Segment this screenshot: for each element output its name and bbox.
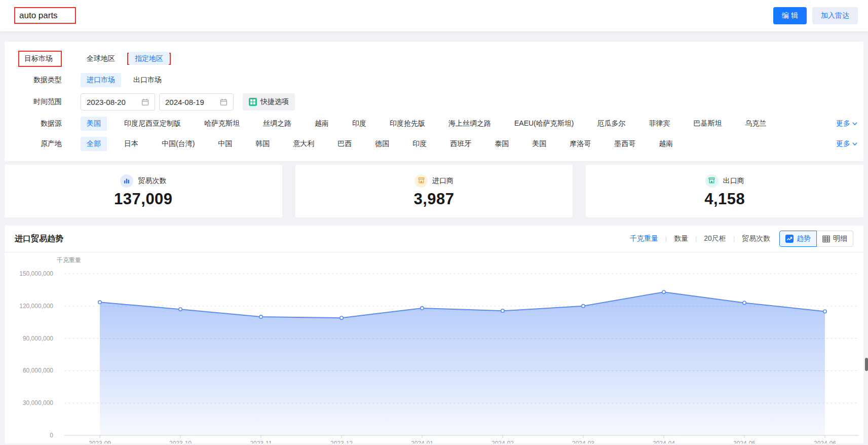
filter-option[interactable]: 厄瓜多尔 [591, 117, 631, 131]
filter-option[interactable]: 意大利 [287, 137, 320, 151]
data-source-options: 美国印度尼西亚定制版哈萨克斯坦丝绸之路越南印度印度抢先版海上丝绸之路EAEU(哈… [81, 117, 859, 131]
stat-label: 进口商 [432, 176, 454, 186]
filter-option[interactable]: 指定地区 [129, 52, 169, 65]
stat-card-exporters: 出口商 4,158 [586, 165, 863, 217]
calendar-icon [141, 98, 149, 106]
stat-value: 4,158 [704, 190, 745, 208]
svg-text:2024-03: 2024-03 [572, 440, 594, 443]
trade-dashboard-page: { "topbar": { "search_value": "auto part… [0, 0, 868, 445]
view-tab-detail[interactable]: 明细 [816, 231, 853, 247]
edit-button[interactable]: 编 辑 [773, 7, 807, 24]
svg-text:150,000,000: 150,000,000 [19, 270, 53, 277]
importer-icon [414, 174, 428, 188]
filter-option[interactable]: 中国 [212, 137, 238, 151]
quick-options-button[interactable]: 快捷选项 [243, 93, 295, 110]
filter-option[interactable]: 全球地区 [81, 52, 121, 66]
svg-text:120,000,000: 120,000,000 [19, 303, 53, 310]
vertical-scrollbar-thumb[interactable] [865, 358, 868, 371]
filter-option[interactable]: 美国 [81, 117, 107, 131]
origin-options: 全部日本中国(台湾)中国韩国意大利巴西德国印度西班牙泰国美国摩洛哥墨西哥越南 更… [81, 137, 859, 151]
filter-option[interactable]: 西班牙 [444, 137, 477, 151]
start-date-input[interactable]: 2023-08-20 [81, 93, 155, 110]
stat-value: 137,009 [114, 190, 173, 208]
y-axis-title: 千克重量 [57, 256, 81, 265]
tab-separator: | [695, 235, 697, 242]
filter-option[interactable]: 哈萨克斯坦 [198, 117, 246, 131]
svg-text:0: 0 [50, 432, 53, 439]
filter-option[interactable]: 美国 [526, 137, 552, 151]
filter-option[interactable]: 德国 [369, 137, 395, 151]
data-type-label: 数据类型 [5, 76, 62, 85]
svg-text:90,000,000: 90,000,000 [23, 335, 53, 342]
filter-panel: 目标市场 全球地区指定地区 数据类型 进口市场出口市场 时间范围 2023-08… [5, 42, 863, 161]
filter-option[interactable]: 巴基斯坦 [687, 117, 728, 131]
stat-card-importers: 进口商 3,987 [295, 165, 573, 217]
filter-row-data-source: 数据源 美国印度尼西亚定制版哈萨克斯坦丝绸之路越南印度印度抢先版海上丝绸之路EA… [5, 114, 859, 134]
svg-text:2024-04: 2024-04 [653, 440, 675, 443]
filter-option[interactable]: 泰国 [488, 137, 515, 151]
filter-option[interactable]: 进口市场 [81, 73, 121, 87]
filter-option[interactable]: 中国(台湾) [156, 137, 201, 151]
import-trend-card: 进口贸易趋势 千克重量|数量|20尺柜|贸易次数 趋势 [5, 226, 863, 443]
end-date-input[interactable]: 2024-08-19 [159, 93, 234, 110]
quick-options-label: 快捷选项 [260, 97, 289, 106]
chart-title: 进口贸易趋势 [15, 234, 63, 244]
view-tab-trend-label: 趋势 [797, 234, 811, 243]
metric-tab[interactable]: 千克重量 [630, 234, 658, 243]
stat-cards: 贸易次数 137,009 进口商 3,987 [5, 165, 863, 217]
search-term[interactable]: auto parts [19, 11, 58, 21]
metric-tab[interactable]: 贸易次数 [742, 234, 770, 243]
filter-row-origin: 原产地 全部日本中国(台湾)中国韩国意大利巴西德国印度西班牙泰国美国摩洛哥墨西哥… [5, 134, 859, 154]
origin-label: 原产地 [5, 139, 62, 149]
data-source-label: 数据源 [5, 119, 62, 128]
metric-tab[interactable]: 20尺柜 [704, 234, 726, 243]
view-tab-trend[interactable]: 趋势 [779, 231, 817, 247]
svg-text:30,000,000: 30,000,000 [23, 399, 53, 406]
filter-option[interactable]: 韩国 [249, 137, 276, 151]
stat-value: 3,987 [413, 190, 454, 208]
add-to-radar-button[interactable]: 加入雷达 [812, 7, 858, 24]
stat-card-trade-count: 贸易次数 137,009 [5, 165, 282, 217]
filter-option[interactable]: 印度 [346, 117, 372, 131]
calendar-icon [220, 98, 228, 106]
svg-text:2023-09: 2023-09 [89, 440, 111, 443]
top-bar: auto parts 编 辑 加入雷达 [0, 0, 868, 31]
filter-option[interactable]: 菲律宾 [643, 117, 676, 131]
filter-option[interactable]: 丝绸之路 [257, 117, 297, 131]
topbar-actions: 编 辑 加入雷达 [773, 7, 858, 24]
chevron-down-icon [852, 122, 857, 125]
end-date-value: 2024-08-19 [165, 98, 204, 106]
filter-option[interactable]: 出口市场 [127, 73, 168, 87]
view-tab-detail-label: 明细 [833, 234, 847, 243]
filter-option[interactable]: 乌克兰 [739, 117, 772, 131]
chart-toolbar: 千克重量|数量|20尺柜|贸易次数 趋势 [630, 231, 853, 247]
filter-option[interactable]: 海上丝绸之路 [442, 117, 497, 131]
svg-text:2023-11: 2023-11 [250, 440, 272, 443]
filter-option[interactable]: 巴西 [331, 137, 358, 151]
data-source-more-link[interactable]: 更多 [836, 119, 859, 128]
red-annotation-box: 指定地区 [127, 53, 171, 65]
filter-option[interactable]: 越南 [309, 117, 335, 131]
data-type-options: 进口市场出口市场 [81, 73, 859, 87]
filter-option[interactable]: 印度抢先版 [384, 117, 431, 131]
filter-row-time-range: 时间范围 2023-08-20 2024-08-19 [5, 90, 859, 114]
filter-option[interactable]: 日本 [118, 137, 144, 151]
trend-icon [785, 235, 794, 243]
filter-option[interactable]: 印度尼西亚定制版 [118, 117, 187, 131]
stat-label: 贸易次数 [138, 176, 166, 186]
target-market-options: 全球地区指定地区 [81, 52, 859, 66]
filter-row-target-market: 目标市场 全球地区指定地区 [5, 48, 859, 70]
filter-option[interactable]: 墨西哥 [608, 137, 641, 151]
filter-option[interactable]: 印度 [406, 137, 433, 151]
search-term-annotation: auto parts [14, 7, 76, 24]
svg-text:2024-01: 2024-01 [411, 440, 433, 443]
metric-tab[interactable]: 数量 [674, 234, 688, 243]
tab-separator: | [665, 235, 667, 242]
filter-option[interactable]: 全部 [81, 137, 107, 151]
tab-separator: | [733, 235, 735, 242]
origin-more-link[interactable]: 更多 [836, 139, 859, 149]
filter-option[interactable]: 摩洛哥 [563, 137, 597, 151]
filter-option[interactable]: 越南 [653, 137, 679, 151]
svg-text:2023-10: 2023-10 [169, 440, 192, 443]
filter-option[interactable]: EAEU(哈萨克斯坦) [508, 117, 580, 131]
